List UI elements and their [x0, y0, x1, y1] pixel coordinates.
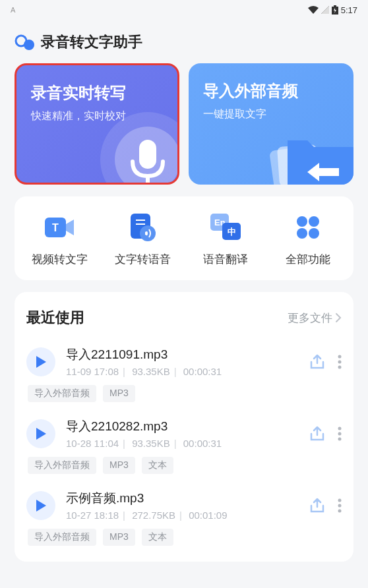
status-time: 5:17 — [341, 5, 357, 15]
play-icon — [35, 427, 47, 440]
share-icon[interactable] — [309, 425, 326, 442]
tag: 文本 — [142, 529, 173, 546]
svg-point-23 — [309, 228, 319, 239]
file-size: 272.75KB — [119, 510, 175, 521]
app-logo-icon — [15, 32, 36, 53]
svg-point-22 — [297, 228, 307, 239]
recent-panel: 最近使用 更多文件 导入2211091.mp3 11-09 17:08 93.3… — [15, 292, 353, 562]
file-duration: 00:00:31 — [170, 438, 222, 449]
status-bar: A 5:17 — [0, 0, 368, 20]
video-text-icon: T — [45, 212, 75, 243]
tag: 导入外部音频 — [28, 385, 96, 402]
signal-icon — [321, 6, 329, 14]
play-button[interactable] — [26, 491, 55, 520]
tag: 文本 — [142, 457, 173, 474]
more-files-link[interactable]: 更多文件 — [288, 310, 342, 326]
svg-point-31 — [338, 504, 342, 507]
hero-cards: 录音实时转写 快速精准，实时校对 导入外部音频 一键提取文字 — [0, 63, 368, 185]
svg-point-32 — [338, 509, 342, 512]
app-title: 录音转文字助手 — [41, 32, 142, 52]
file-name: 示例音频.mp3 — [66, 490, 298, 507]
recent-title: 最近使用 — [26, 308, 84, 328]
feature-label: 视频转文字 — [32, 252, 88, 267]
play-button[interactable] — [26, 347, 55, 376]
feature-text-to-speech[interactable]: 文字转语音 — [102, 212, 185, 267]
more-icon[interactable] — [338, 355, 342, 369]
file-time: 11-09 17:08 — [66, 366, 119, 377]
tag: MP3 — [103, 529, 135, 546]
import-audio-card[interactable]: 导入外部音频 一键提取文字 — [189, 63, 353, 185]
text-speech-icon — [127, 212, 158, 243]
wifi-icon — [308, 6, 319, 14]
chevron-right-icon — [335, 312, 342, 323]
tag: 导入外部音频 — [28, 529, 96, 546]
tag-row: 导入外部音频MP3文本 — [26, 457, 342, 474]
svg-point-25 — [338, 360, 342, 363]
svg-text:中: 中 — [228, 227, 236, 237]
feature-label: 文字转语音 — [115, 252, 171, 267]
file-meta: 11-09 17:08 93.35KB 00:00:31 — [66, 366, 298, 377]
folder-arrow-icon — [268, 129, 353, 185]
svg-point-28 — [338, 432, 342, 435]
hero-right-sub: 一键提取文字 — [203, 107, 339, 121]
grid-icon — [293, 212, 323, 243]
file-meta: 10-27 18:18 272.75KB 00:01:09 — [66, 510, 298, 521]
list-item[interactable]: 导入2211091.mp3 11-09 17:08 93.35KB 00:00:… — [26, 339, 342, 411]
play-button[interactable] — [26, 419, 55, 448]
file-size: 93.35KB — [119, 366, 170, 377]
svg-point-24 — [338, 355, 342, 358]
recent-header: 最近使用 更多文件 — [26, 308, 342, 328]
feature-label: 语音翻译 — [203, 252, 248, 267]
more-icon[interactable] — [338, 426, 342, 441]
file-size: 93.35KB — [119, 438, 170, 449]
list-item[interactable]: 导入2210282.mp3 10-28 11:04 93.35KB 00:00:… — [26, 411, 342, 483]
svg-point-27 — [338, 426, 342, 430]
feature-grid: T 视频转文字 文字转语音 En中 语音翻译 全部功能 — [15, 196, 353, 280]
more-files-label: 更多文件 — [288, 310, 332, 326]
list-item[interactable]: 示例音频.mp3 10-27 18:18 272.75KB 00:01:09 导… — [26, 483, 342, 555]
battery-icon — [332, 5, 338, 15]
hero-right-title: 导入外部音频 — [203, 80, 339, 101]
file-meta: 10-28 11:04 93.35KB 00:00:31 — [66, 438, 298, 449]
status-right: 5:17 — [308, 5, 357, 15]
svg-rect-0 — [334, 5, 336, 7]
record-live-card[interactable]: 录音实时转写 快速精准，实时校对 — [15, 63, 179, 185]
tag: MP3 — [103, 457, 135, 474]
feature-translate[interactable]: En中 语音翻译 — [184, 212, 267, 267]
file-name: 导入2210282.mp3 — [66, 418, 298, 435]
svg-point-20 — [297, 216, 307, 227]
recent-list: 导入2211091.mp3 11-09 17:08 93.35KB 00:00:… — [26, 339, 342, 555]
file-duration: 00:01:09 — [175, 510, 227, 521]
feature-label: 全部功能 — [286, 252, 330, 267]
feature-all[interactable]: 全部功能 — [267, 212, 350, 267]
file-time: 10-28 11:04 — [66, 438, 119, 449]
svg-point-21 — [309, 216, 319, 227]
more-icon[interactable] — [338, 498, 342, 513]
translate-icon: En中 — [210, 212, 241, 243]
app-header: 录音转文字助手 — [0, 20, 368, 63]
feature-video-to-text[interactable]: T 视频转文字 — [18, 212, 102, 267]
play-icon — [35, 499, 47, 512]
tag-row: 导入外部音频MP3文本 — [26, 529, 342, 546]
tag: 导入外部音频 — [28, 457, 96, 474]
svg-text:T: T — [52, 222, 59, 233]
tag: MP3 — [103, 385, 135, 402]
svg-point-26 — [338, 365, 342, 368]
share-icon[interactable] — [309, 497, 326, 514]
svg-point-29 — [338, 437, 342, 440]
file-name: 导入2211091.mp3 — [66, 346, 298, 363]
tag-row: 导入外部音频MP3 — [26, 385, 342, 402]
file-duration: 00:00:31 — [170, 366, 222, 377]
file-time: 10-27 18:18 — [66, 510, 119, 521]
svg-point-3 — [24, 40, 34, 50]
hero-left-title: 录音实时转写 — [31, 82, 163, 103]
svg-rect-6 — [139, 140, 156, 169]
play-icon — [35, 355, 47, 368]
status-left: A — [11, 6, 15, 14]
share-icon[interactable] — [309, 353, 326, 370]
svg-point-30 — [338, 498, 342, 502]
microphone-icon — [98, 110, 179, 185]
